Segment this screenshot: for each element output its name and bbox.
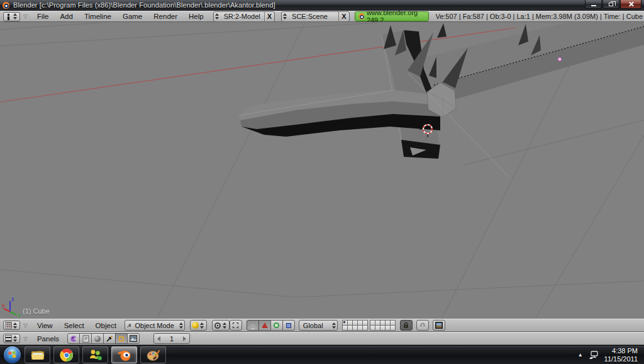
screen-unlink-button[interactable]: X — [264, 12, 274, 21]
taskbar-explorer-button[interactable] — [25, 346, 50, 363]
system-tray: ▲ 4:38 PM 11/15/2011 — [578, 347, 643, 363]
clock-time: 4:38 PM — [604, 347, 638, 355]
lock-button[interactable] — [400, 320, 413, 331]
scene-canvas — [0, 22, 644, 318]
translate-manipulator-button[interactable] — [258, 320, 271, 331]
rotate-manipulator-button[interactable] — [270, 320, 283, 331]
restore-icon — [609, 3, 613, 6]
screen-selector-value: SR:2-Model — [220, 13, 264, 20]
window-title: Blender [c:\Program Files (x86)\Blender … — [13, 1, 585, 9]
orientation-chevrons — [332, 322, 336, 329]
frame-decrement-icon[interactable] — [157, 336, 160, 341]
buttons-window-chevrons — [13, 336, 17, 342]
scene-context-button[interactable] — [127, 333, 140, 344]
blender-logo-icon — [359, 13, 364, 20]
menu-object[interactable]: Object — [90, 322, 122, 329]
mode-selector-value: Object Mode — [131, 322, 177, 329]
pivot-chevrons — [223, 322, 226, 329]
scene-selector-chevrons — [283, 13, 287, 20]
scene-context-icon — [130, 335, 137, 342]
active-object-label: (1) Cube — [23, 307, 50, 315]
editing-context-button[interactable] — [115, 333, 128, 344]
menu-add[interactable]: Add — [54, 13, 78, 20]
windows-taskbar: ▲ 4:38 PM 11/15/2011 — [0, 345, 644, 364]
buttons-collapse-icon[interactable]: ▽ — [23, 336, 28, 342]
scale-icon — [286, 323, 291, 328]
tray-expand-icon[interactable]: ▲ — [578, 352, 583, 358]
screen-selector[interactable]: SR:2-Model X — [213, 11, 275, 22]
layer-buttons[interactable] — [343, 321, 396, 331]
snap-button[interactable] — [416, 320, 429, 331]
start-button[interactable] — [4, 346, 21, 363]
logic-context-button[interactable] — [67, 333, 80, 344]
object-center-dot[interactable] — [558, 57, 562, 61]
panels-menu[interactable]: Panels — [31, 335, 65, 343]
layer-block-2[interactable] — [370, 321, 396, 331]
solid-drawtype-icon — [192, 322, 199, 329]
menu-render[interactable]: Render — [148, 13, 183, 20]
restore-button[interactable] — [602, 0, 619, 9]
header-collapse-icon[interactable]: ▽ — [23, 13, 28, 20]
orientation-selector[interactable]: Global — [299, 320, 338, 331]
menu-file[interactable]: File — [31, 13, 55, 20]
translate-icon — [262, 322, 268, 328]
layer-cell[interactable] — [390, 325, 396, 331]
model-akantor-weapon[interactable] — [239, 23, 644, 178]
scene-unlink-button[interactable]: X — [338, 12, 348, 21]
buttons-window-type-button[interactable] — [3, 334, 20, 343]
menu-timeline[interactable]: Timeline — [79, 13, 117, 20]
paint-icon — [146, 348, 161, 362]
buttons-window-header: ▽ Panels — [0, 332, 644, 345]
layer-cell[interactable] — [362, 325, 368, 331]
taskbar-messenger-button[interactable] — [82, 346, 108, 363]
scene-selector[interactable]: SCE:Scene X — [281, 11, 350, 22]
explorer-icon — [30, 349, 45, 361]
object-context-icon — [106, 335, 113, 343]
view3d-collapse-icon[interactable]: ▽ — [23, 322, 28, 329]
shading-icon — [94, 336, 101, 342]
windows-flag-icon — [4, 346, 21, 363]
render-preview-button[interactable] — [433, 320, 445, 331]
menu-help[interactable]: Help — [183, 13, 209, 20]
taskbar-chrome-button[interactable] — [53, 346, 79, 363]
close-button[interactable] — [620, 0, 641, 9]
manipulator-toggle-button[interactable] — [247, 320, 259, 331]
menu-select[interactable]: Select — [58, 322, 90, 329]
orientation-value: Global — [299, 322, 331, 329]
axis-label-y: y — [18, 312, 21, 317]
blender-taskbar-icon — [117, 348, 132, 362]
scene-selector-value: SCE:Scene — [288, 13, 338, 20]
script-icon — [82, 335, 89, 343]
frame-number-field[interactable]: 1 — [153, 333, 190, 344]
script-context-button[interactable] — [79, 333, 92, 344]
menu-game[interactable]: Game — [117, 13, 148, 20]
frame-increment-icon[interactable] — [183, 336, 186, 341]
centers-only-icon — [233, 322, 238, 328]
viewport-3d[interactable]: x z y (1) Cube — [0, 22, 644, 319]
view3d-window-type-button[interactable] — [3, 321, 20, 330]
scale-manipulator-button[interactable] — [282, 320, 295, 331]
minimize-button[interactable] — [585, 0, 602, 9]
pivot-button[interactable] — [212, 320, 230, 331]
buttons-window-icon — [5, 335, 12, 342]
taskbar-blender-button[interactable] — [111, 346, 137, 363]
shading-context-button[interactable] — [91, 333, 104, 344]
tray-clock[interactable]: 4:38 PM 11/15/2011 — [604, 347, 638, 363]
move-centers-button[interactable] — [230, 320, 242, 331]
menu-view[interactable]: View — [31, 322, 58, 329]
rotation-pivot-icon — [214, 322, 221, 329]
draw-type-button[interactable] — [190, 320, 207, 331]
active-layer-marker — [343, 321, 345, 323]
view3d-header: ▽ View Select Object Object Mode — [0, 319, 644, 332]
object-context-button[interactable] — [103, 333, 116, 344]
window-type-button[interactable] — [3, 12, 20, 21]
layer-block-1[interactable] — [343, 321, 368, 331]
window-type-chevrons — [13, 13, 17, 20]
network-icon[interactable] — [589, 351, 599, 360]
taskbar-paint-button[interactable] — [140, 346, 166, 363]
mode-selector[interactable]: Object Mode — [125, 320, 185, 331]
info-window-icon — [5, 13, 12, 20]
magnet-icon — [419, 322, 426, 329]
clock-date: 11/15/2011 — [604, 355, 638, 363]
mode-selector-chevrons — [179, 322, 183, 329]
